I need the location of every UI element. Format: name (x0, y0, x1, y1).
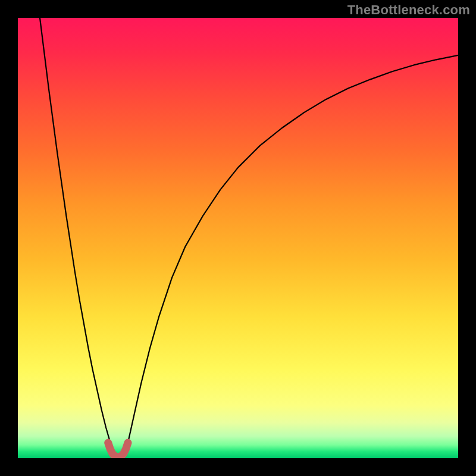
watermark-text: TheBottleneck.com (347, 2, 470, 18)
curve-right-branch (126, 55, 458, 452)
chart-plot (18, 18, 458, 458)
curve-left-branch (40, 18, 112, 452)
valley-marker (108, 443, 128, 457)
chart-frame: TheBottleneck.com (0, 0, 476, 476)
